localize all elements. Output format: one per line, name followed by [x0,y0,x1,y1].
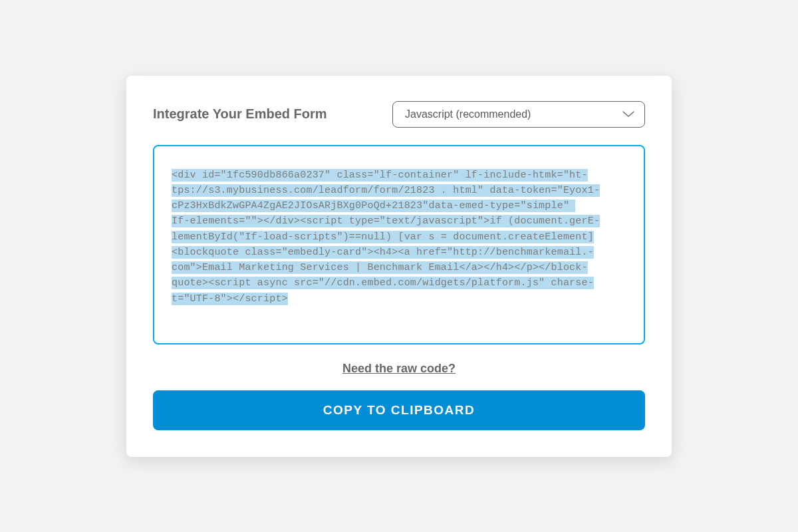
embed-code-text: <div id="1fc590db866a0237" class="lf-con… [172,168,626,307]
raw-code-link[interactable]: Need the raw code? [342,362,456,375]
format-select[interactable]: Javascript (recommended) [392,101,645,128]
header-row: Integrate Your Embed Form Javascript (re… [153,101,645,128]
format-select-value: Javascript (recommended) [405,108,531,120]
copy-to-clipboard-button[interactable]: COPY TO CLIPBOARD [153,390,645,430]
format-select-wrap: Javascript (recommended) [392,101,645,128]
page-title: Integrate Your Embed Form [153,106,327,122]
embed-form-card: Integrate Your Embed Form Javascript (re… [126,76,672,457]
raw-code-row: Need the raw code? [153,362,645,376]
embed-code-box[interactable]: <div id="1fc590db866a0237" class="lf-con… [153,145,645,344]
